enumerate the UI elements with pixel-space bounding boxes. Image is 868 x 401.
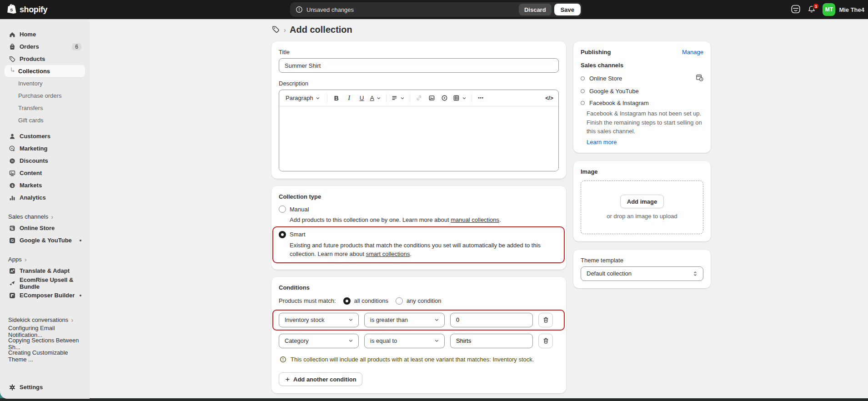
schedule-calendar-icon[interactable] xyxy=(696,74,703,83)
text-color-button[interactable]: A xyxy=(368,92,383,105)
shopify-logo[interactable]: S shopify xyxy=(7,4,47,16)
alignment-button[interactable] xyxy=(389,92,407,105)
section-label: Apps xyxy=(8,256,22,263)
sidebar-item-label: Markets xyxy=(20,182,42,189)
sidebar-item-inventory[interactable]: Inventory xyxy=(5,77,85,90)
products-must-match-label: Products must match: xyxy=(279,297,336,304)
status-dot xyxy=(80,240,81,241)
table-button[interactable] xyxy=(451,92,469,105)
description-textarea[interactable] xyxy=(279,106,558,171)
sidebar-item-content[interactable]: Content xyxy=(5,167,85,179)
sidebar-item-orders[interactable]: Orders 6 xyxy=(5,40,85,53)
manual-collections-link[interactable]: manual collections xyxy=(451,216,499,223)
desc-text: . xyxy=(499,216,501,223)
section-label: Sales channels xyxy=(8,213,48,220)
trash-icon xyxy=(542,337,549,344)
publishing-card: Publishing Manage Sales channels Online … xyxy=(573,41,711,153)
sidebar-item-gift-cards[interactable]: Gift cards xyxy=(5,114,85,126)
sidebar-item-customers[interactable]: Customers xyxy=(5,130,85,142)
manual-radio[interactable] xyxy=(279,206,286,213)
sidebar-item-label: Online Store xyxy=(20,225,55,231)
sidekick-conversation-2[interactable]: Copying Sections Between Sh... xyxy=(5,337,85,350)
sidebar-item-google-youtube[interactable]: G Google & YouTube xyxy=(5,234,85,246)
svg-text:G: G xyxy=(10,238,14,243)
sidebar-item-label: Collections xyxy=(18,68,50,75)
all-conditions-radio[interactable] xyxy=(343,297,351,305)
theme-template-select[interactable]: Default collection xyxy=(581,266,703,281)
show-html-button[interactable]: </> xyxy=(543,92,556,105)
condition-value-input[interactable] xyxy=(450,313,533,327)
sidebar-item-ecomposer[interactable]: EComposer Builder xyxy=(5,289,85,301)
more-tools-button[interactable]: ⋯ xyxy=(475,92,487,105)
sidebar-item-markets[interactable]: $ Markets xyxy=(5,179,85,191)
sidebar-section-apps[interactable]: Apps › xyxy=(5,254,85,265)
smart-collections-link[interactable]: smart collections xyxy=(366,251,410,257)
save-button[interactable]: Save xyxy=(554,4,581,15)
sidebar-section-sidekick[interactable]: Sidekick conversations › xyxy=(5,314,85,325)
any-condition-radio[interactable] xyxy=(396,297,403,305)
add-image-button[interactable]: Add image xyxy=(620,195,664,208)
warning-alert-icon xyxy=(280,356,287,366)
delete-condition-button[interactable] xyxy=(538,334,553,348)
sidekick-conversation-1[interactable]: Configuring Email Notification... xyxy=(5,325,85,337)
sidekick-icon[interactable] xyxy=(791,4,801,15)
sidebar-item-purchase-orders[interactable]: Purchase orders xyxy=(5,90,85,102)
sidebar-item-online-store[interactable]: Online Store xyxy=(5,222,85,234)
condition-value-input[interactable] xyxy=(450,334,533,348)
sidebar-item-transfers[interactable]: Transfers xyxy=(5,102,85,114)
title-input[interactable] xyxy=(279,58,559,73)
section-label: Sidekick conversations xyxy=(8,316,68,323)
smart-radio[interactable] xyxy=(279,231,286,238)
manual-option[interactable]: Manual xyxy=(279,206,559,213)
sidebar-item-products[interactable]: Products xyxy=(5,53,85,65)
sidebar-item-collections[interactable]: Collections xyxy=(5,65,85,77)
account-menu[interactable]: MT Mie The4 xyxy=(823,3,864,16)
condition-field-select[interactable]: Inventory stock xyxy=(279,313,359,327)
insert-video-button[interactable] xyxy=(438,92,451,105)
sidebar-item-discounts[interactable]: Discounts xyxy=(5,155,85,167)
notifications-button[interactable]: 1 xyxy=(807,5,816,14)
image-dropzone[interactable]: Add image or drop an image to upload xyxy=(581,180,703,234)
channel-google-youtube: Google & YouTube xyxy=(581,88,703,95)
add-another-condition-button[interactable]: Add another condition xyxy=(279,372,362,386)
editor-toolbar: Paragraph B I U A xyxy=(279,90,558,106)
sidebar-item-translate-adapt[interactable]: A Translate & Adapt xyxy=(5,265,85,277)
bold-button[interactable]: B xyxy=(330,92,343,105)
sidebar-item-home[interactable]: Home xyxy=(5,28,85,40)
learn-more-link[interactable]: Learn more xyxy=(587,139,617,145)
smart-description: Existing and future products that match … xyxy=(290,241,551,259)
desc-text: Add products to this collection one by o… xyxy=(290,216,451,223)
button-label: Add another condition xyxy=(293,376,356,383)
delete-condition-button[interactable] xyxy=(538,313,553,327)
sidebar-item-marketing[interactable]: Marketing xyxy=(5,142,85,155)
conversation-label: Creating Customizable Theme ... xyxy=(8,349,81,363)
sidebar-item-label: Inventory xyxy=(18,80,42,87)
italic-button[interactable]: I xyxy=(343,92,356,105)
sidekick-conversation-3[interactable]: Creating Customizable Theme ... xyxy=(5,350,85,362)
collections-tag-icon[interactable] xyxy=(271,25,280,35)
shopify-wordmark: shopify xyxy=(20,5,47,15)
condition-operator-select[interactable]: is greater than xyxy=(364,313,445,327)
discard-button[interactable]: Discard xyxy=(519,4,552,15)
title-label: Title xyxy=(279,49,559,55)
condition-field-select[interactable]: Category xyxy=(279,334,359,348)
paragraph-style-dropdown[interactable]: Paragraph xyxy=(282,92,324,105)
underline-button[interactable]: U xyxy=(356,92,368,105)
sidebar-section-sales-channels[interactable]: Sales channels › xyxy=(5,211,85,222)
theme-template-label: Theme template xyxy=(581,257,703,264)
sidebar-item-ecomrise[interactable]: EcomRise Upsell & Bundle xyxy=(5,277,85,289)
any-condition-option[interactable]: any condition xyxy=(396,297,442,305)
sidebar-item-settings[interactable]: Settings xyxy=(5,381,85,393)
manage-link[interactable]: Manage xyxy=(682,49,703,55)
all-conditions-option[interactable]: all conditions xyxy=(343,297,388,305)
translate-icon: A xyxy=(8,267,16,275)
link-button[interactable] xyxy=(413,92,426,105)
sidebar-item-label: Transfers xyxy=(18,105,43,111)
condition-operator-select[interactable]: is equal to xyxy=(364,334,445,348)
sidebar-item-analytics[interactable]: Analytics xyxy=(5,191,85,204)
insert-image-button[interactable] xyxy=(426,92,438,105)
notification-badge: 1 xyxy=(813,3,819,10)
store-icon xyxy=(8,224,16,232)
smart-option[interactable]: Smart xyxy=(279,231,559,238)
sidebar-item-label: Gift cards xyxy=(18,117,44,124)
